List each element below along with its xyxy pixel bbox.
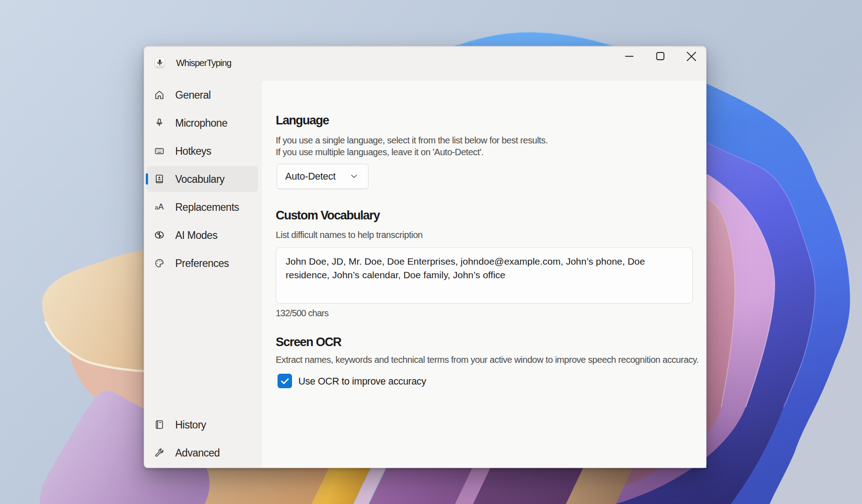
- svg-text:A: A: [158, 202, 164, 211]
